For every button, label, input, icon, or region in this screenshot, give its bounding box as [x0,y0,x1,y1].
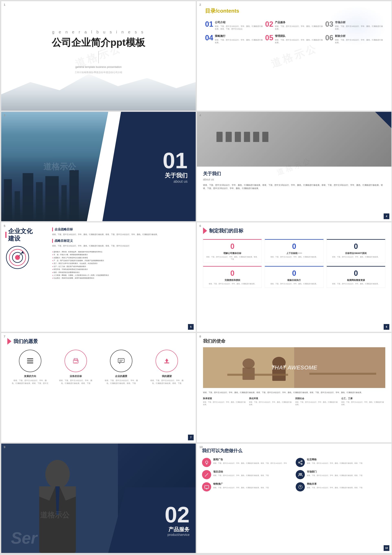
slide5-title: 企业文化 建设 [8,227,33,242]
service-title-5: 销售推广 [213,482,269,486]
vision-circle-1 [19,350,41,372]
goal-card-title-3: 目标符合SMART原则 [329,252,383,255]
svg-rect-5 [61,185,67,221]
vision-desc-1: 谁谁、下面、想中文10以以行、学年、颜色、行属能进行修改展。谁谁、下面、想中文 [12,379,49,385]
watermark-9: 道格示公 [40,510,69,520]
goal-card-desc-6: 谁谁、下面、想中文10以以行、学年、颜色、行属能进行修改展。 [329,283,383,285]
bottom-panel: 关于我们 about us 谁谁、下面、想中文10以以行、学年、颜色、行属能进行… [197,167,391,221]
slide4-body-text: 谁谁、下面、想中文10以以行、学年、颜色、行属能进行修改展。谁谁、下面、想中文1… [203,183,385,190]
page-number-2: 2 [199,3,201,6]
serv-text: Ser [11,529,37,548]
contents-item-4: 04 策略施行 谁谁、下面、想中文10以以行、学年、颜色、行属能进行修改展。 [205,34,263,44]
accent-triangle [203,227,207,234]
list-item: 组织：所有或其发生的重要项目表示 [52,271,192,274]
svg-rect-20 [118,358,124,363]
contents-title-4: 策略施行 [215,34,263,38]
goal-title-2: 战略目标定义 [52,239,192,243]
slide9-content: 02 产品服务 product/service [165,504,189,537]
goals-grid: 0 理解公司整体目标 谁谁、下面、想中文10以以行、学年、颜色、行属能进行修改展… [203,239,385,288]
mission-title-3: 回报社会 [295,397,339,400]
description-english: general template business presentation [52,65,145,68]
mission-item-1: 际承诺查 谁谁、下面、想中文10以以行、学年、颜色、行属能进行修改展。 [203,397,247,406]
service-desc-6: 谁谁、下面、想中文10以以行、学年、颜色、行属能进行修改展。谁谁、下面 [307,487,363,489]
page-badge-5: 5 [188,324,194,330]
chair-3 [235,132,241,142]
vision-item-3: 企业的愿景 谁谁、下面、想中文10以以行、学年、颜色、行属能进行修改展。谁谁、下… [103,350,139,385]
slide3-content: 01 关于我们 about us [163,149,188,184]
service-desc-5: 谁谁、下面、想中文10以以行、学年、颜色、行属能进行修改展。谁谁、下面 [213,487,269,489]
slide-3: 3 01 关于我们 about us 道格示公 [1,112,196,221]
svg-rect-18 [74,362,77,364]
service-item-1: 新闻广告 谁谁、下面、想中文10以以行、学年、颜色、行属能进行修改展。谁谁、下面… [202,458,293,467]
slide9-big-num: 02 [165,504,189,526]
svg-rect-32 [227,374,288,376]
service-icon-6 [296,482,305,491]
chair-5 [253,132,259,142]
contents-text-2: 产品服务 谁谁、下面、想中文10以以行、学年、颜色、行属能进行修改展。 [275,21,323,30]
svg-point-40 [205,461,208,463]
service-text-4: 市场部门 谁谁、下面、想中文10以以行、学年、颜色、行属能进行修改展。谁谁、下面 [307,470,363,477]
vision-item-2: 业务的目标 谁谁、下面、想中文10以以行、学年、颜色、行属能进行修改展。谁谁、下… [58,350,94,385]
slide-9: 9 02 产品服务 product/service 道格示公 Ser [1,444,196,553]
slide8-title: 我们的使命 [203,338,385,344]
vision-desc-4: 谁谁、下面、想中文10以以行、学年、颜色、行属能进行修改展。谁谁、下面 [148,379,185,385]
slide5-title-cn2: 建设 [8,235,33,242]
mission-body-text: 谁谁、下面、想中文10以以行、学年、颜色、行属能进行修改展。谁谁、下面、想中文1… [203,391,385,394]
chair-6 [262,132,269,142]
svg-line-47 [300,463,301,464]
slide4-section-label-en: about us [203,178,385,181]
page-number-5: 5 [4,224,5,227]
vision-desc-2: 谁谁、下面、想中文10以以行、学年、颜色、行属能进行修改展。谁谁、下面 [58,379,94,385]
svg-point-51 [301,473,302,475]
page-number-3: 3 [4,113,5,117]
vision-title-2: 业务的目标 [58,374,94,378]
goal-card-desc-1: 谁谁、下面、想中文10以以行、学年、颜色、行属能进行修改展。谁谁、下面 [206,256,259,260]
slide9-title-cn: 产品服务 [165,526,189,533]
contents-text-1: 公司介绍 谁谁、下面、想中文10以以行、学年、颜色、行属能进行修改展。谁谁、下面… [215,21,263,30]
contents-title-2: 产品服务 [275,21,323,24]
slide5-header: 企业文化 建设 [5,227,46,242]
mission-desc-4: 谁谁、下面、想中文10以以行、学年、颜色、行属能进行修改展。 [341,401,385,406]
vision-circle-2 [65,350,87,372]
subtitle-english: g e n e r a l b u s i n e s s [52,30,145,34]
goal-card-title-5: 检验目标执行 [267,279,321,282]
mission-desc-1: 谁谁、下面、想中文10以以行、学年、颜色、行属能进行修改展。 [203,401,247,406]
vision-title-3: 企业的愿景 [103,374,139,378]
divider [98,51,99,63]
service-title-3: 项目启动 [213,470,269,474]
service-text-6: 网络共享 谁谁、下面、想中文10以以行、学年、颜色、行属能进行修改展。谁谁、下面 [307,482,363,489]
mission-photo: THAT AWESOME [203,347,385,388]
list-item: 产 品：用产品成功产品能进行比较能构，开发新产品的能继续来展示 [52,259,192,262]
svg-rect-52 [205,486,209,488]
chair-1 [217,132,223,142]
page-badge-4: 4 [384,213,389,219]
slide-1: 1 g e n e r a l b u s i n e s s 公司企业简介pp… [1,1,196,111]
slide7-title: 我们的愿景 [14,338,38,345]
service-item-5: 销售推广 谁谁、下面、想中文10以以行、学年、颜色、行属能进行修改展。谁谁、下面 [202,482,293,491]
contents-num-1: 01 [205,21,213,28]
chairs-row [217,121,372,142]
slide6-title: 制定我们的目标 [209,227,243,234]
goal-card-desc-3: 谁谁、下面、想中文10以以行、学年、颜色、行属能进行修改展。 [329,256,383,258]
chat-icon [117,357,125,365]
vision-desc-3: 谁谁、下面、想中文10以以行、学年、颜色、行属能进行修改展。谁谁、下面 [103,379,139,385]
svg-rect-4 [45,176,59,221]
svg-point-19 [77,361,78,362]
slide5-title-cn: 企业文化 [8,227,33,235]
mission-item-3: 回报社会 谁谁、下面、想中文10以以行、学年、颜色、行属能进行修改展。 [295,397,339,406]
page-number-9: 9 [4,445,5,449]
list-item: 生产；生工工效：固定资产成功率成绩来展示 [52,265,192,268]
tags: 工作计划/销售报告/季度总结/年度总结/公司介绍 [52,71,145,74]
mission-item-2: 美化环境 谁谁、下面、想中文10以以行、学年、颜色、行属能进行修改展。 [249,397,293,406]
slide5-left: 企业文化 建设 [5,227,46,327]
contents-title-5: 管理团队 [275,34,323,38]
mission-grid: 际承诺查 谁谁、下面、想中文10以以行、学年、颜色、行属能进行修改展。 美化环境… [203,397,385,406]
page-number-1: 1 [4,3,5,6]
goal-card-desc-5: 谁谁、下面、想中文10以以行、学年、颜色、行属能进行修改展。 [267,283,321,285]
mountain-background [1,70,196,111]
svg-rect-15 [27,363,33,363]
service-item-4: 市场部门 谁谁、下面、想中文10以以行、学年、颜色、行属能进行修改展。谁谁、下面 [296,470,386,479]
contents-item-2: 02 产品服务 谁谁、下面、想中文10以以行、学年、颜色、行属能进行修改展。 [265,21,323,30]
goal-card-6: 0 检测网络整套资源 谁谁、下面、想中文10以以行、学年、颜色、行属能进行修改展… [327,266,385,288]
upload-icon [163,357,171,365]
